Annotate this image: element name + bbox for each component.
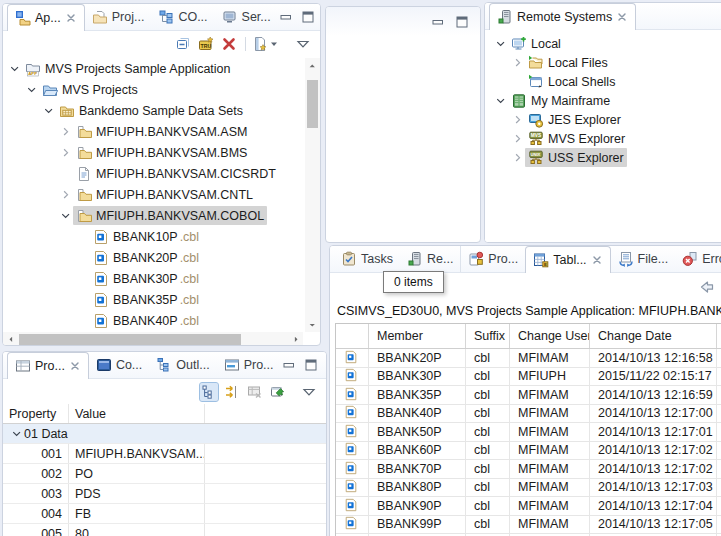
expand-expander-icon[interactable] <box>58 187 73 202</box>
tree-item-content[interactable]: MFIUPH.BANKVSAM.COBOL <box>73 206 267 225</box>
header-value[interactable]: Value <box>69 404 205 423</box>
tab-projects[interactable]: Proj... <box>85 4 152 30</box>
table-row[interactable]: BBANK40PcblMFIMAM2014/10/13 12:17:00 <box>336 405 721 424</box>
tree-item[interactable]: MVSMVS Explorer <box>485 129 721 148</box>
tree-item-content[interactable]: APPMVS Projects Sample Application <box>22 59 234 78</box>
sort-button[interactable] <box>223 383 241 401</box>
table-row[interactable]: BBANK80PcblMFIMAM2014/10/13 12:17:03 <box>336 479 721 498</box>
property-row[interactable]: 004FB <box>3 504 326 524</box>
collapse-expander-icon[interactable] <box>58 208 73 223</box>
collapse-expander-icon[interactable] <box>493 36 508 51</box>
tree-item[interactable]: My Mainframe <box>485 91 721 110</box>
expand-expander-icon[interactable] <box>58 145 73 160</box>
collapse-expander-icon[interactable] <box>7 61 22 76</box>
tab-table-view[interactable]: E Tabl... <box>525 246 610 273</box>
collapse-all-button[interactable] <box>174 35 192 53</box>
property-row[interactable]: 01 Data <box>3 424 326 444</box>
minimize-icon[interactable] <box>278 9 294 25</box>
header-member[interactable]: Member <box>369 324 466 348</box>
property-row[interactable]: 002PO <box>3 464 326 484</box>
tab-filter-table[interactable]: File... <box>611 246 676 272</box>
tab-servers[interactable]: Ser... <box>215 4 278 30</box>
expand-expander-icon[interactable] <box>510 131 525 146</box>
tree-item-content[interactable]: MVS Projects <box>39 80 141 99</box>
tree-item[interactable]: BBANK30P.cbl <box>3 268 303 289</box>
tree-item[interactable]: MFIUPH.BANKVSAM.CICSRDT <box>3 163 303 184</box>
delete-button[interactable] <box>220 35 238 53</box>
table-row[interactable]: BBANK20PcblMFIMAM2014/10/13 12:16:58 <box>336 349 721 368</box>
scrollbar-thumb[interactable] <box>307 80 318 128</box>
table-row[interactable]: BBANK50PcblMFIMAM2014/10/13 12:17:01 <box>336 423 721 442</box>
tab-progress[interactable]: Pro... <box>217 352 281 378</box>
restore-default-button[interactable] <box>246 383 264 401</box>
tree-item-content[interactable]: My Mainframe <box>508 91 613 110</box>
tab-error-list[interactable]: Erro... <box>675 246 721 272</box>
tab-co-explorer[interactable]: CO... <box>151 4 214 30</box>
tree-item-content[interactable]: BBANK40P.cbl <box>90 311 202 330</box>
table-row[interactable]: BBANK35PcblMFIMAM2014/10/13 12:16:59 <box>336 386 721 405</box>
collapse-expander-icon[interactable] <box>493 93 508 108</box>
tree-item[interactable]: APPMVS Projects Sample Application <box>3 58 303 79</box>
tree-item[interactable]: BBANK20P.cbl <box>3 247 303 268</box>
tree-item[interactable]: BBANK40P.cbl <box>3 310 303 331</box>
tree-item[interactable]: MFIUPH.BANKVSAM.ASM <box>3 121 303 142</box>
tree-item[interactable]: MVS Projects <box>3 79 303 100</box>
tree-mode-button[interactable] <box>200 383 218 401</box>
link-with-editor-button[interactable] <box>253 35 279 53</box>
pin-view-button[interactable] <box>269 383 287 401</box>
table-row[interactable]: BBANK70PcblMFIMAM2014/10/13 12:17:02 <box>336 460 721 479</box>
horizontal-scrollbar[interactable] <box>3 332 303 346</box>
close-icon[interactable] <box>69 360 81 372</box>
property-row[interactable]: 00580 <box>3 524 326 536</box>
tree-item-content[interactable]: BBANK20P.cbl <box>90 248 202 267</box>
tree-item[interactable]: Bankdemo Sample Data Sets <box>3 100 303 121</box>
tree-item-content[interactable]: MFIUPH.BANKVSAM.BMS <box>73 143 250 162</box>
collapse-expander-icon[interactable] <box>41 103 56 118</box>
tree-item[interactable]: MFIUPH.BANKVSAM.COBOL <box>3 205 303 226</box>
table-row[interactable]: BBANK99PcblMFIMAM2014/10/13 12:17:05 <box>336 516 721 535</box>
view-menu-button[interactable] <box>300 383 318 401</box>
scroll-left-icon[interactable] <box>3 332 18 346</box>
new-dataset-button[interactable]: TRU <box>197 35 215 53</box>
scroll-up-icon[interactable] <box>305 58 320 73</box>
minimize-icon[interactable] <box>281 357 297 373</box>
tab-properties[interactable]: Pro... <box>7 352 89 379</box>
close-icon[interactable] <box>616 11 628 23</box>
tree-item[interactable]: Local Shells <box>485 72 721 91</box>
tree-item-content[interactable]: MFIUPH.BANKVSAM.ASM <box>73 122 250 141</box>
property-row[interactable]: 003PDS <box>3 484 326 504</box>
maximize-icon[interactable] <box>454 14 470 30</box>
header-property[interactable]: Property <box>3 404 69 423</box>
tree-item[interactable]: BBANK35P.cbl <box>3 289 303 310</box>
header-change-user[interactable]: Change User <box>510 324 590 348</box>
table-row[interactable]: BBANK30PcblMFIUPH2015/11/22 02:15:17 <box>336 368 721 387</box>
maximize-icon[interactable] <box>300 9 316 25</box>
tree-item-content[interactable]: UNIXUSS Explorer <box>525 148 627 167</box>
back-button[interactable] <box>698 278 716 296</box>
tab-tasks[interactable]: Tasks <box>334 246 400 272</box>
tree-item-content[interactable]: BBANK30P.cbl <box>90 269 202 288</box>
expand-expander-icon[interactable] <box>510 55 525 70</box>
tab-remote-details[interactable]: Re... <box>400 246 460 272</box>
tree-item-content[interactable]: MFIUPH.BANKVSAM.CNTL <box>73 185 256 204</box>
tree-item-content[interactable]: BBANK10P.cbl <box>90 227 202 246</box>
tree-item-content[interactable]: JES Explorer <box>525 110 624 129</box>
header-suffix[interactable]: Suffix <box>466 324 510 348</box>
tab-outline[interactable]: Outl... <box>149 352 216 378</box>
close-icon[interactable] <box>65 12 77 24</box>
tree-item[interactable]: BBANK10P.cbl <box>3 226 303 247</box>
close-icon[interactable] <box>591 254 603 266</box>
collapse-expander-icon[interactable] <box>9 426 24 441</box>
vertical-scrollbar[interactable] <box>305 58 320 332</box>
tree-item-content[interactable]: Bankdemo Sample Data Sets <box>56 101 246 120</box>
expand-expander-icon[interactable] <box>510 112 525 127</box>
tree-item[interactable]: MFIUPH.BANKVSAM.BMS <box>3 142 303 163</box>
tab-application-explorer[interactable]: Ap... <box>7 4 85 31</box>
tree-item[interactable]: Local Files <box>485 53 721 72</box>
tree-item-content[interactable]: Local <box>508 34 564 53</box>
tab-remote-systems[interactable]: Remote Systems <box>489 3 636 30</box>
tree-item[interactable]: Local <box>485 34 721 53</box>
tree-item[interactable]: MFIUPH.BANKVSAM.CNTL <box>3 184 303 205</box>
minimize-icon[interactable] <box>430 14 446 30</box>
tree-item[interactable]: JES Explorer <box>485 110 721 129</box>
